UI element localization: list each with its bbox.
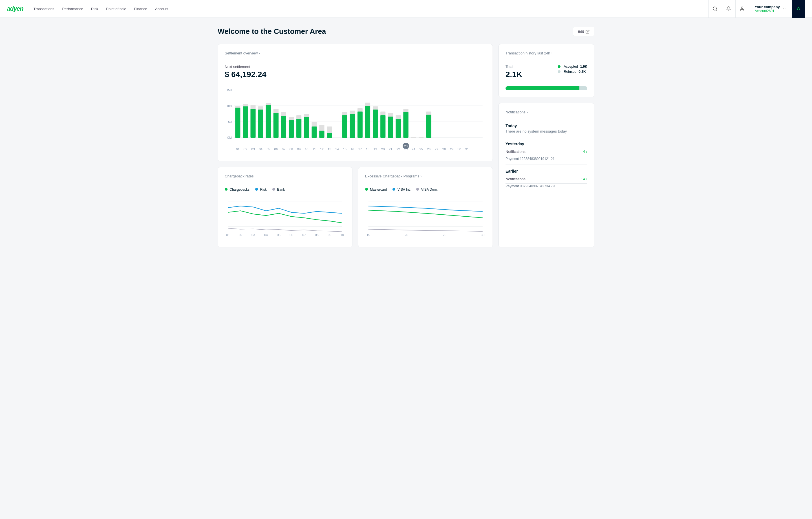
settlement-chart: 150 100 50 0M bbox=[225, 83, 486, 154]
earlier-notif-count[interactable]: 14 › bbox=[581, 177, 587, 181]
today-message: There are no system messages today bbox=[505, 129, 587, 133]
svg-rect-43 bbox=[357, 111, 362, 138]
svg-rect-36 bbox=[327, 133, 332, 138]
nav-risk[interactable]: Risk bbox=[91, 6, 98, 12]
svg-text:04: 04 bbox=[259, 147, 262, 151]
svg-rect-14 bbox=[243, 106, 248, 138]
svg-text:03: 03 bbox=[252, 234, 255, 237]
svg-rect-47 bbox=[373, 110, 378, 138]
svg-text:09: 09 bbox=[297, 147, 301, 151]
chargeback-legend: Chargebacks Risk Bank bbox=[225, 188, 345, 192]
nav-transactions[interactable]: Transactions bbox=[33, 6, 54, 12]
svg-text:15: 15 bbox=[367, 234, 370, 237]
yesterday-notif-row: Notifications 4 › bbox=[505, 147, 587, 156]
svg-text:08: 08 bbox=[290, 147, 293, 151]
visa-dom-dot bbox=[416, 188, 419, 191]
settlement-label: Next settlement bbox=[225, 64, 486, 69]
svg-text:10: 10 bbox=[340, 234, 344, 237]
user-icon bbox=[740, 6, 745, 11]
svg-text:12: 12 bbox=[320, 147, 324, 151]
top-nav: adyen Transactions Performance Risk Poin… bbox=[0, 0, 812, 18]
nav-point-of-sale[interactable]: Point of sale bbox=[106, 6, 126, 12]
bank-dot bbox=[272, 188, 275, 191]
svg-rect-58 bbox=[411, 137, 416, 138]
txn-header: Total 2.1K Accepted 1.9K Refused 0.2K bbox=[505, 64, 587, 82]
svg-text:14: 14 bbox=[335, 147, 339, 151]
svg-text:07: 07 bbox=[282, 147, 286, 151]
edit-icon bbox=[586, 30, 589, 33]
left-column: Settlement overview › Next settlement $ … bbox=[218, 44, 493, 247]
txn-accepted-row: Accepted 1.9K bbox=[558, 64, 587, 69]
page-title: Welcome to the Customer Area bbox=[218, 27, 326, 36]
txn-values: Accepted 1.9K Refused 0.2K bbox=[558, 64, 587, 74]
svg-text:26: 26 bbox=[427, 147, 431, 151]
risk-dot bbox=[255, 188, 258, 191]
svg-rect-26 bbox=[289, 120, 294, 138]
account-id: Account2601 bbox=[755, 9, 780, 13]
visa-int-dot bbox=[393, 188, 395, 191]
user-button[interactable] bbox=[735, 0, 749, 18]
txn-history-title[interactable]: Transaction history last 24h › bbox=[505, 51, 587, 55]
chargeback-title[interactable]: Chargeback rates bbox=[225, 174, 345, 178]
edit-button[interactable]: Edit bbox=[573, 27, 594, 36]
dashboard-grid: Settlement overview › Next settlement $ … bbox=[218, 44, 594, 247]
svg-text:30: 30 bbox=[481, 234, 484, 237]
account-dropdown[interactable]: Your company Account2601 bbox=[749, 0, 792, 18]
visa-int-legend-item: VISA Int. bbox=[393, 188, 410, 192]
svg-rect-51 bbox=[388, 116, 393, 138]
svg-text:20: 20 bbox=[381, 147, 385, 151]
yesterday-notif-count[interactable]: 4 › bbox=[583, 149, 587, 154]
svg-text:18: 18 bbox=[366, 147, 370, 151]
svg-text:19: 19 bbox=[374, 147, 377, 151]
svg-line-1 bbox=[716, 9, 717, 10]
svg-rect-39 bbox=[342, 115, 347, 138]
excessive-chargeback-card: Excessive Chargeback Programs › Masterca… bbox=[358, 167, 493, 247]
svg-rect-49 bbox=[380, 115, 385, 138]
svg-text:05: 05 bbox=[277, 234, 281, 237]
svg-text:11: 11 bbox=[312, 147, 316, 151]
excessive-chargeback-title[interactable]: Excessive Chargeback Programs › bbox=[365, 174, 486, 178]
notifications-title[interactable]: Notifications › bbox=[505, 110, 587, 114]
notifications-yesterday: Yesterday Notifications 4 › Payment 1223… bbox=[505, 142, 587, 161]
svg-rect-28 bbox=[296, 119, 301, 137]
svg-text:28: 28 bbox=[442, 147, 446, 151]
svg-text:10: 10 bbox=[305, 147, 309, 151]
svg-text:29: 29 bbox=[450, 147, 454, 151]
avatar[interactable]: A bbox=[792, 0, 805, 18]
svg-text:02: 02 bbox=[243, 147, 247, 151]
notifications-card: Notifications › Today There are no syste… bbox=[498, 103, 594, 247]
page-header: Welcome to the Customer Area Edit bbox=[218, 27, 594, 36]
yesterday-payment: Payment 1223848389219121 21 bbox=[505, 157, 587, 161]
notifications-button[interactable] bbox=[722, 0, 735, 18]
svg-rect-41 bbox=[350, 114, 355, 138]
settlement-title[interactable]: Settlement overview › bbox=[225, 51, 486, 55]
company-name: Your company bbox=[755, 5, 780, 9]
svg-text:06: 06 bbox=[290, 234, 293, 237]
settlement-card: Settlement overview › Next settlement $ … bbox=[218, 44, 493, 161]
txn-bar-accepted bbox=[505, 86, 579, 90]
txn-refused-row: Refused 0.2K bbox=[558, 70, 587, 74]
svg-text:150: 150 bbox=[226, 88, 232, 92]
svg-rect-30 bbox=[304, 117, 309, 138]
svg-text:23: 23 bbox=[404, 144, 408, 148]
bell-icon bbox=[726, 6, 731, 11]
chargebacks-dot bbox=[225, 188, 228, 191]
svg-text:31: 31 bbox=[465, 147, 469, 151]
svg-text:04: 04 bbox=[264, 234, 268, 237]
chargeback-card: Chargeback rates Chargebacks Risk bbox=[218, 167, 352, 247]
svg-rect-32 bbox=[312, 126, 317, 138]
nav-finance[interactable]: Finance bbox=[134, 6, 147, 12]
earlier-label: Earlier bbox=[505, 169, 587, 173]
nav-performance[interactable]: Performance bbox=[62, 6, 83, 12]
logo: adyen bbox=[7, 5, 23, 12]
earlier-notif-label: Notifications bbox=[505, 177, 526, 181]
nav-account[interactable]: Account bbox=[155, 6, 168, 12]
search-button[interactable] bbox=[708, 0, 722, 18]
notifications-today: Today There are no system messages today bbox=[505, 124, 587, 133]
settlement-amount: $ 64,192.24 bbox=[225, 70, 486, 79]
bottom-row: Chargeback rates Chargebacks Risk bbox=[218, 167, 493, 247]
svg-text:15: 15 bbox=[343, 147, 347, 151]
svg-point-2 bbox=[741, 7, 743, 8]
visa-dom-legend-item: VISA Dom. bbox=[416, 188, 438, 192]
excessive-chargeback-legend: Mastercard VISA Int. VISA Dom. bbox=[365, 188, 486, 192]
